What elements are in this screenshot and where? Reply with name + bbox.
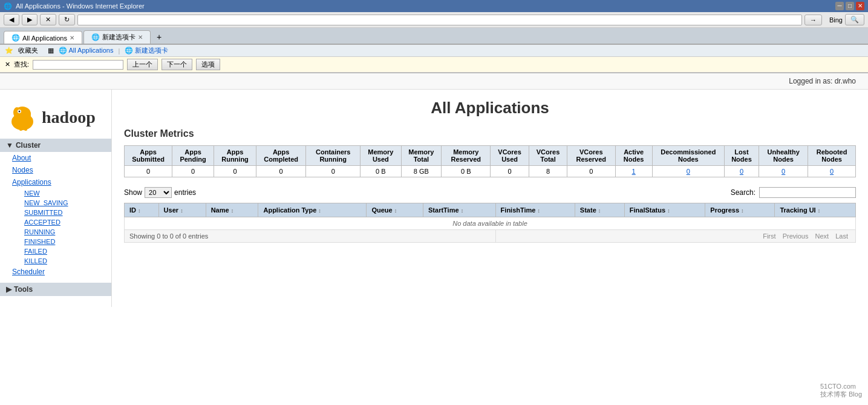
col-containers-running: Containers Running [306,146,361,166]
forward-button[interactable]: ▶ [22,14,38,25]
val-apps-submitted: 0 [125,166,172,177]
sidebar-nodes-link[interactable]: Nodes [0,164,111,176]
sidebar-scheduler-link[interactable]: Scheduler [0,266,111,278]
stop-button[interactable]: ✕ [40,14,56,25]
back-button[interactable]: ◀ [4,14,19,25]
decommissioned-nodes-link[interactable]: 0 [687,168,690,175]
cluster-arrow-icon: ▼ [6,141,13,150]
tools-arrow-icon: ▶ [6,285,11,294]
sidebar-new-link[interactable]: NEW [6,188,111,198]
previous-button[interactable]: Previous [783,232,809,240]
sort-starttime-icon: ↕ [461,208,464,214]
grid-icon: ▦ [48,47,54,54]
all-applications-bookmark[interactable]: 🌐 All Applications [59,47,113,54]
sort-id-icon: ↕ [138,208,141,214]
maximize-button[interactable]: □ [846,2,854,10]
val-lost-nodes[interactable]: 0 [724,166,759,177]
tools-section-title[interactable]: ▶ Tools [0,283,111,296]
sidebar: hadoop ▼ Cluster About Nodes Application… [0,90,112,307]
tab-all-applications[interactable]: 🌐 All Applications ✕ [4,31,82,44]
active-nodes-link[interactable]: 1 [632,168,636,175]
search-box: Search: [731,187,856,198]
tab-new[interactable]: 🌐 新建选项卡 ✕ [83,30,151,44]
sidebar-finished-link[interactable]: FINISHED [6,237,111,246]
sidebar-about-link[interactable]: About [0,152,111,164]
cluster-label: Cluster [16,141,41,150]
col-application-type[interactable]: Application Type ↕ [258,203,367,217]
val-rebooted-nodes[interactable]: 0 [808,166,856,177]
sidebar-running-link[interactable]: RUNNING [6,227,111,237]
col-finalstatus[interactable]: FinalStatus ↕ [624,203,705,217]
minimize-button[interactable]: ─ [835,2,844,10]
val-memory-used: 0 B [361,166,401,177]
col-starttime[interactable]: StartTime ↕ [423,203,496,217]
sidebar-failed-link[interactable]: FAILED [6,246,111,256]
close-button[interactable]: ✕ [856,2,864,10]
find-prev-button[interactable]: 上一个 [127,59,158,70]
col-progress[interactable]: Progress ↕ [705,203,775,217]
applications-table: ID ↕ User ↕ Name ↕ Application Type ↕ Qu… [124,203,856,243]
tools-label: Tools [14,285,33,294]
show-select[interactable]: 10 20 25 50 100 [145,187,172,198]
val-vcores-reserved: 0 [567,166,615,177]
rebooted-nodes-link[interactable]: 0 [830,168,834,175]
search-label: Search: [731,188,755,197]
sort-finishtime-icon: ↕ [538,208,541,214]
tab-close-button[interactable]: ✕ [70,35,74,41]
refresh-button[interactable]: ↻ [59,14,75,25]
val-memory-total: 8 GB [401,166,442,177]
navigation-bar: ◀ ▶ ✕ ↻ http://192.168.3.170:8088/cluste… [0,12,868,28]
hadoop-text: hadoop [42,108,96,127]
last-button[interactable]: Last [835,232,848,240]
tab-new-close-button[interactable]: ✕ [138,34,143,41]
close-find-icon[interactable]: ✕ [5,61,10,68]
cluster-metrics-title: Cluster Metrics [124,128,856,139]
val-unhealthy-nodes[interactable]: 0 [759,166,808,177]
sidebar-cluster-section: ▼ Cluster About Nodes Applications NEW N… [0,139,111,278]
star-icon: ⭐ [5,47,13,54]
col-name[interactable]: Name ↕ [206,203,258,217]
sort-queue-icon: ↕ [394,208,397,214]
tab-label: All Applications [22,35,67,42]
find-options-button[interactable]: 选项 [196,59,220,70]
address-bar[interactable]: http://192.168.3.170:8088/cluster [77,15,802,25]
sidebar-new-saving-link[interactable]: NEW_SAVING [6,198,111,208]
sidebar-accepted-link[interactable]: ACCEPTED [6,217,111,227]
next-button[interactable]: Next [815,232,829,240]
col-queue[interactable]: Queue ↕ [367,203,423,217]
sidebar-submitted-link[interactable]: SUBMITTED [6,208,111,217]
new-tab-bookmark[interactable]: 🌐 新建选项卡 [125,46,168,55]
col-tracking-ui[interactable]: Tracking UI ↕ [775,203,856,217]
find-input[interactable]: https [33,60,123,70]
lost-nodes-link[interactable]: 0 [740,168,743,175]
col-state[interactable]: State ↕ [575,203,624,217]
find-bar: ✕ 查找: https 上一个 下一个 选项 [0,57,868,73]
sort-finalstatus-icon: ↕ [667,208,670,214]
val-decommissioned-nodes[interactable]: 0 [652,166,724,177]
browser-icon: 🌐 [4,2,12,10]
sort-user-icon: ↕ [180,208,183,214]
col-id[interactable]: ID ↕ [125,203,159,217]
cluster-section-title[interactable]: ▼ Cluster [0,139,111,152]
entries-label: entries [174,188,196,197]
col-user[interactable]: User ↕ [158,203,206,217]
find-next-button[interactable]: 下一个 [162,59,192,70]
go-button[interactable]: → [804,15,822,25]
sidebar-applications-link[interactable]: Applications [0,176,111,188]
col-apps-pending: Apps Pending [172,146,214,166]
separator: | [118,47,120,54]
val-containers-running: 0 [306,166,361,177]
tab-icon: 🌐 [11,34,20,42]
col-unhealthy-nodes: Unhealthy Nodes [759,146,808,166]
search-input[interactable] [759,187,856,198]
col-finishtime[interactable]: FinishTime ↕ [495,203,575,217]
sidebar-killed-link[interactable]: KILLED [6,256,111,266]
first-button[interactable]: First [763,232,775,240]
unhealthy-nodes-link[interactable]: 0 [782,168,785,175]
val-memory-reserved: 0 B [442,166,491,177]
new-tab-button[interactable]: + [152,30,166,44]
val-active-nodes[interactable]: 1 [615,166,652,177]
no-data-row: No data available in table [125,217,856,230]
search-button[interactable]: 🔍 [845,14,864,25]
col-lost-nodes: Lost Nodes [724,146,759,166]
